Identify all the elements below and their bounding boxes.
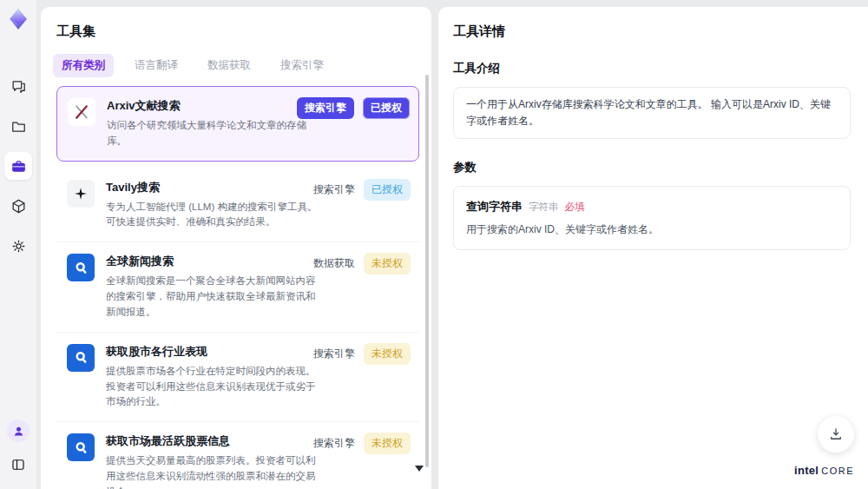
search-logo-icon: [67, 254, 95, 281]
sidebar-item-tools[interactable]: [4, 152, 32, 180]
param-card: 查询字符串 字符串 必填 用于搜索的Arxiv ID、关键字或作者姓名。: [453, 186, 851, 250]
tool-item-arxiv[interactable]: Arxiv文献搜索 访问各个研究领域大量科学论文和文章的存储库。 搜索引擎 已授…: [56, 86, 419, 162]
tool-intro-text: 一个用于从Arxiv存储库搜索科学论文和文章的工具。 输入可以是Arxiv ID…: [453, 87, 851, 139]
tab-all-categories[interactable]: 所有类别: [53, 54, 114, 77]
tool-description: 提供当天交易量最高的股票列表。投资者可以利用这些信息来识别流动性强的股票和潜在的…: [106, 453, 319, 489]
sparkle-icon: [67, 180, 95, 208]
tool-name: 获取市场最活跃股票信息: [106, 433, 319, 449]
tool-list: Arxiv文献搜索 访问各个研究领域大量科学论文和文章的存储库。 搜索引擎 已授…: [56, 86, 419, 489]
scroll-down-arrow[interactable]: [415, 466, 424, 472]
tool-item-global-news[interactable]: 全球新闻搜索 全球新闻搜索是一个聚合全球各大新闻网站内容的搜索引擎，帮助用户快速…: [56, 242, 419, 332]
arxiv-icon: [68, 98, 95, 126]
tab-search-engine[interactable]: 搜索引擎: [272, 54, 332, 77]
tool-name: Tavily搜索: [106, 180, 319, 195]
tool-description: 访问各个研究领域大量科学论文和文章的存储库。: [107, 118, 320, 149]
app-sidebar: [0, 0, 36, 489]
category-badge: 搜索引擎: [297, 97, 354, 119]
tool-name: 全球新闻搜索: [106, 254, 319, 269]
tab-language-translation[interactable]: 语言翻译: [126, 54, 187, 77]
tab-data-acquisition[interactable]: 数据获取: [199, 54, 260, 77]
panel-toggle-button[interactable]: [4, 451, 32, 479]
param-required-badge: 必填: [565, 201, 585, 214]
user-avatar[interactable]: [7, 420, 30, 442]
download-button[interactable]: [818, 416, 854, 453]
page-title: 工具集: [41, 7, 431, 40]
tool-description: 专为人工智能代理 (LLM) 构建的搜索引擎工具。可快速提供实时、准确和真实的结…: [106, 200, 319, 231]
search-logo-icon: [67, 433, 95, 461]
category-label: 数据获取: [313, 256, 355, 271]
brand-intel: intel: [794, 464, 819, 477]
chat-icon: [10, 78, 27, 95]
tool-name: 获取股市各行业表现: [106, 344, 319, 360]
briefcase-icon: [10, 158, 27, 175]
sidebar-item-models[interactable]: [4, 192, 32, 220]
cube-icon: [10, 198, 27, 215]
param-description: 用于搜索的Arxiv ID、关键字或作者姓名。: [466, 222, 838, 237]
panel-toggle-icon: [10, 457, 26, 472]
sidebar-item-chat[interactable]: [4, 72, 32, 100]
status-badge: 已授权: [364, 179, 411, 201]
download-icon: [828, 426, 844, 442]
status-badge: 未授权: [364, 433, 411, 454]
status-badge: 未授权: [364, 253, 411, 274]
category-label: 搜索引擎: [313, 347, 355, 361]
toolset-panel: 工具集 所有类别 语言翻译 数据获取 搜索引擎 Arxiv文献搜索 访问各个研究…: [41, 7, 431, 489]
category-tabs: 所有类别 语言翻译 数据获取 搜索引擎: [53, 54, 431, 77]
intel-core-logo: intel CORE: [794, 464, 854, 477]
tool-description: 提供股票市场各个行业在特定时间段内的表现。投资者可以利用这些信息来识别表现优于或…: [106, 364, 319, 410]
tool-item-tavily[interactable]: Tavily搜索 专为人工智能代理 (LLM) 构建的搜索引擎工具。可快速提供实…: [56, 169, 419, 243]
params-heading: 参数: [453, 160, 851, 175]
status-badge: 已授权: [363, 97, 410, 119]
app-logo-icon[interactable]: [7, 8, 30, 30]
param-name: 查询字符串: [466, 199, 523, 215]
status-badge: 未授权: [364, 343, 411, 365]
category-label: 搜索引擎: [313, 436, 355, 451]
brand-core: CORE: [821, 466, 854, 476]
details-title: 工具详情: [453, 23, 851, 40]
list-scrollbar[interactable]: [425, 75, 429, 467]
param-type: 字符串: [529, 201, 559, 214]
category-label: 搜索引擎: [313, 182, 355, 197]
tool-description: 全球新闻搜索是一个聚合全球各大新闻网站内容的搜索引擎，帮助用户快速获取全球最新资…: [106, 274, 319, 320]
tool-item-sector-performance[interactable]: 获取股市各行业表现 提供股票市场各个行业在特定时间段内的表现。投资者可以利用这些…: [56, 333, 419, 422]
sidebar-item-settings[interactable]: [4, 232, 32, 260]
tool-item-active-stocks[interactable]: 获取市场最活跃股票信息 提供当天交易量最高的股票列表。投资者可以利用这些信息来识…: [56, 422, 419, 489]
tool-name: Arxiv文献搜索: [107, 98, 320, 114]
search-logo-icon: [67, 344, 95, 372]
sidebar-item-files[interactable]: [4, 112, 32, 140]
folder-icon: [10, 118, 27, 135]
tool-details-panel: 工具详情 工具介绍 一个用于从Arxiv存储库搜索科学论文和文章的工具。 输入可…: [438, 7, 868, 489]
intro-heading: 工具介绍: [453, 61, 851, 76]
gear-icon: [10, 238, 27, 254]
user-icon: [12, 425, 25, 438]
